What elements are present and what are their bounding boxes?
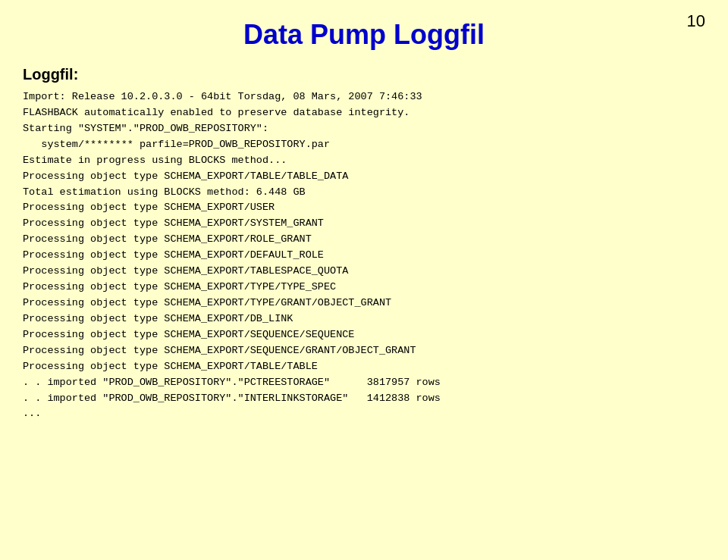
section-heading: Loggfil: — [23, 66, 705, 83]
log-content: Import: Release 10.2.0.3.0 - 64bit Torsd… — [23, 89, 705, 422]
page-number: 10 — [687, 11, 705, 31]
main-title: Data Pump Loggfil — [23, 19, 705, 51]
